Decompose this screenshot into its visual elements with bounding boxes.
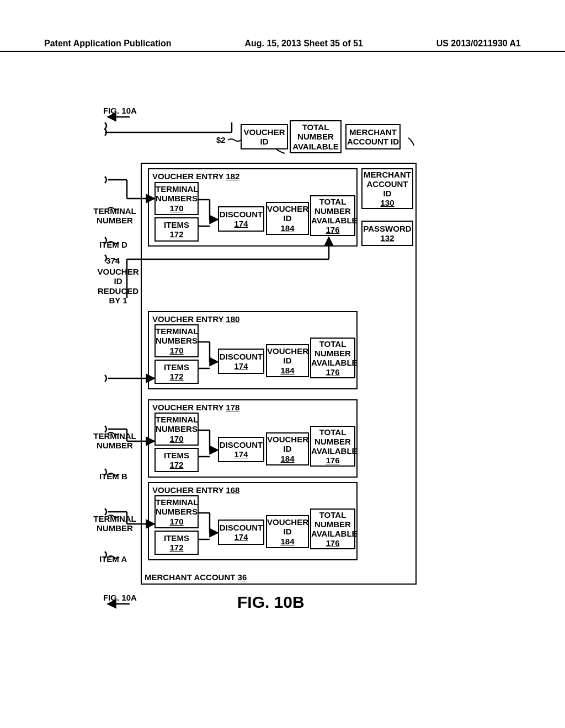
- e182-items: ITEMS 172: [154, 217, 199, 242]
- e178-total-number-available: TOTAL NUMBER AVAILABLE 176: [310, 426, 355, 467]
- header-mid: Aug. 15, 2013 Sheet 35 of 51: [244, 39, 363, 49]
- page-header: Patent Application Publication Aug. 15, …: [0, 39, 565, 52]
- header-left: Patent Application Publication: [44, 39, 172, 49]
- e182-discount: DISCOUNT 174: [218, 206, 264, 232]
- left-374: 374: [106, 256, 120, 265]
- e178-discount: DISCOUNT 174: [218, 437, 264, 462]
- merchant-account-id-box: MERCHANT ACCOUNT ID 130: [361, 168, 413, 209]
- fig-ref-bottom: FIG. 10A: [103, 593, 137, 602]
- e178-voucher-id: VOUCHER ID 184: [266, 432, 309, 465]
- e180-discount: DISCOUNT 174: [218, 349, 264, 374]
- callout-voucher-id: VOUCHER ID: [241, 124, 288, 149]
- e180-voucher-id: VOUCHER ID 184: [266, 344, 309, 377]
- e182-voucher-id: VOUCHER ID 184: [266, 202, 309, 235]
- e168-voucher-id: VOUCHER ID 184: [266, 515, 309, 548]
- e180-items: ITEMS 172: [154, 360, 199, 384]
- left-terminal-number-168: TERMINAL NUMBER: [93, 514, 137, 533]
- left-voucher-id-reduced: VOUCHER ID REDUCED BY 1: [97, 267, 139, 305]
- e178-items: ITEMS 172: [154, 448, 199, 472]
- left-terminal-number-178: TERMINAL NUMBER: [93, 431, 137, 451]
- e182-terminal-numbers: TERMINAL NUMBERS 170: [154, 182, 199, 215]
- callout-total-number-available: TOTAL NUMBER AVAILABLE: [290, 120, 342, 153]
- e168-items: ITEMS 172: [154, 531, 199, 555]
- left-item-b: ITEM B: [99, 472, 127, 481]
- e180-terminal-numbers: TERMINAL NUMBERS 170: [154, 324, 199, 357]
- e178-terminal-numbers: TERMINAL NUMBERS 170: [154, 413, 199, 446]
- e168-terminal-numbers: TERMINAL NUMBERS 170: [154, 495, 199, 528]
- callout-price: $2: [216, 135, 226, 144]
- header-right: US 2013/0211930 A1: [436, 39, 521, 49]
- callout-merchant-account-id: MERCHANT ACCOUNT ID: [345, 124, 401, 149]
- diagram-canvas: FIG. 10A: [0, 61, 565, 667]
- password-box: PASSWORD 132: [361, 221, 413, 246]
- left-item-d: ITEM D: [99, 240, 127, 249]
- left-terminal-number-182: TERMINAL NUMBER: [93, 206, 137, 226]
- e182-total-number-available: TOTAL NUMBER AVAILABLE 176: [310, 195, 355, 236]
- e180-total-number-available: TOTAL NUMBER AVAILABLE 176: [310, 338, 355, 378]
- fig-title: FIG. 10B: [237, 593, 305, 612]
- e168-discount: DISCOUNT 174: [218, 520, 264, 545]
- e168-total-number-available: TOTAL NUMBER AVAILABLE 176: [310, 508, 355, 549]
- merchant-account-label: MERCHANT ACCOUNT 36: [145, 572, 247, 582]
- left-item-a: ITEM A: [99, 554, 127, 564]
